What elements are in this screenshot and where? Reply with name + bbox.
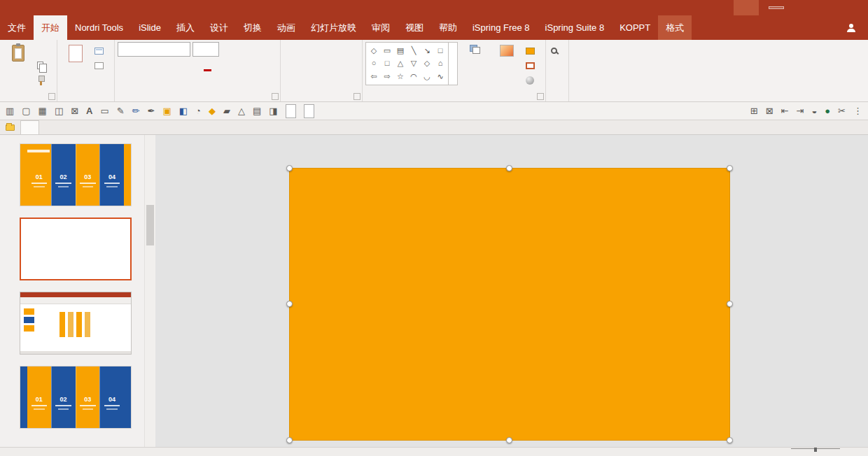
panel-scrollbar[interactable] — [144, 135, 155, 447]
ribbon-display-options-button[interactable] — [784, 0, 805, 15]
ribbon-tab[interactable]: Nordri Tools — [67, 15, 131, 40]
shape-icon[interactable]: ◡ — [422, 72, 432, 81]
align-text-button[interactable] — [349, 58, 359, 73]
cut-button[interactable] — [35, 43, 54, 58]
font-size-combo[interactable] — [192, 42, 219, 57]
qat-icon[interactable]: ⊞ — [750, 106, 758, 116]
shape-height-field[interactable] — [286, 104, 296, 118]
template-zone-tab[interactable] — [20, 120, 39, 134]
tell-me-search[interactable] — [697, 15, 701, 40]
ribbon-tab[interactable]: 审阅 — [364, 15, 398, 40]
resize-handle-top[interactable] — [506, 165, 512, 171]
ribbon-tab[interactable]: 开始 — [34, 15, 67, 40]
character-spacing-button[interactable] — [174, 59, 186, 73]
shrink-font-button[interactable] — [235, 43, 247, 57]
qat-icon[interactable]: ▢ — [22, 106, 30, 116]
shape-width-field[interactable] — [304, 104, 314, 118]
convert-smartart-button[interactable] — [349, 73, 359, 87]
slide-12-thumbnail[interactable] — [20, 292, 132, 355]
qat-icon[interactable]: ◨ — [269, 106, 277, 116]
slide-10-thumbnail[interactable]: 01 02 03 04 — [20, 143, 132, 206]
slide-13-thumbnail[interactable]: 01 02 03 04 — [20, 366, 132, 429]
shape-icon[interactable]: ◇ — [369, 46, 379, 55]
underline-button[interactable] — [146, 59, 158, 73]
font-color-button[interactable] — [202, 59, 214, 73]
shape-icon[interactable]: ⌂ — [435, 59, 445, 68]
decrease-indent-button[interactable] — [309, 45, 320, 57]
shape-gallery[interactable]: ◇▭▤╲↘□ ○□△▽◇⌂ ⇦⇨☆◠◡∿ — [365, 42, 458, 85]
ribbon-tab[interactable]: KOPPT — [612, 15, 658, 40]
ribbon-tab[interactable]: iSpring Suite 8 — [538, 15, 612, 40]
find-button[interactable] — [549, 43, 566, 58]
clear-formatting-button[interactable] — [249, 43, 261, 57]
minimize-button[interactable] — [805, 0, 826, 15]
section-button[interactable] — [92, 73, 111, 87]
align-right-button[interactable] — [309, 62, 320, 74]
arrange-button[interactable] — [459, 42, 490, 88]
qat-icon[interactable]: ⋮ — [853, 106, 862, 116]
dialog-launcher[interactable] — [272, 93, 279, 100]
qat-icon[interactable]: ▥ — [6, 106, 14, 116]
qat-icon[interactable]: ◔ — [195, 106, 201, 116]
shape-icon[interactable]: ⇨ — [382, 72, 392, 81]
replace-button[interactable] — [549, 58, 566, 73]
close-button[interactable] — [847, 0, 868, 15]
qat-icon[interactable]: ⇤ — [781, 106, 789, 116]
dialog-launcher[interactable] — [48, 93, 55, 100]
share-button[interactable] — [847, 15, 860, 40]
shape-icon[interactable]: ▽ — [409, 59, 419, 68]
text-direction-button[interactable] — [349, 43, 359, 58]
resize-handle-top-right[interactable] — [727, 165, 733, 171]
ribbon-tab[interactable]: 设计 — [202, 15, 236, 40]
qat-icon[interactable]: ✎ — [117, 106, 125, 116]
folder-icon[interactable] — [6, 124, 15, 131]
resize-handle-right[interactable] — [727, 301, 733, 307]
qat-icon[interactable]: ✏ — [132, 106, 140, 116]
qat-icon[interactable]: △ — [238, 106, 245, 116]
resize-handle-bottom[interactable] — [506, 437, 512, 443]
justify-button[interactable] — [321, 62, 332, 74]
qat-icon[interactable]: ⊠ — [766, 106, 774, 116]
shape-icon[interactable]: ◇ — [422, 59, 432, 68]
ribbon-tab[interactable]: 视图 — [398, 15, 431, 40]
resize-handle-top-left[interactable] — [286, 165, 293, 171]
shape-icon[interactable]: □ — [382, 59, 392, 68]
qat-icon[interactable]: ◒ — [811, 106, 817, 116]
qat-icon[interactable]: ◫ — [55, 106, 63, 116]
shape-fill-button[interactable] — [524, 43, 542, 58]
columns-button[interactable] — [334, 62, 345, 74]
numbering-button[interactable] — [296, 45, 307, 57]
reset-button[interactable] — [92, 58, 111, 73]
line-spacing-button[interactable] — [334, 45, 345, 57]
italic-button[interactable] — [132, 59, 144, 73]
rotation-handle[interactable] — [503, 142, 516, 155]
copy-button[interactable] — [35, 58, 54, 73]
new-slide-button[interactable] — [60, 42, 91, 88]
resize-handle-left[interactable] — [286, 301, 293, 307]
strikethrough-button[interactable] — [160, 59, 172, 73]
ribbon-tab[interactable]: 幻灯片放映 — [303, 15, 364, 40]
resize-handle-bottom-left[interactable] — [286, 437, 293, 443]
paste-button[interactable] — [3, 42, 34, 88]
qat-icon[interactable]: ✒ — [148, 106, 155, 116]
shape-icon[interactable]: □ — [435, 46, 445, 55]
slide-11-thumbnail-selected[interactable] — [20, 218, 132, 280]
qat-icon[interactable]: ◧ — [179, 106, 188, 116]
ribbon-tab[interactable]: 帮助 — [431, 15, 465, 40]
bullets-button[interactable] — [284, 45, 295, 57]
ribbon-tab[interactable]: 切换 — [236, 15, 270, 40]
slide-canvas[interactable] — [155, 135, 868, 447]
shape-icon[interactable]: ☆ — [396, 72, 405, 81]
qat-icon[interactable]: ⇥ — [796, 106, 804, 116]
select-button[interactable] — [549, 73, 566, 87]
shape-icon[interactable]: ○ — [369, 59, 379, 68]
qat-icon[interactable]: ▣ — [163, 106, 172, 116]
ribbon-tab[interactable]: 文件 — [0, 15, 34, 40]
qat-icon[interactable]: ▦ — [38, 106, 47, 116]
shape-outline-button[interactable] — [524, 58, 542, 73]
qat-icon[interactable]: ▭ — [100, 106, 108, 116]
qat-icon[interactable]: ✂ — [838, 106, 846, 116]
shape-icon[interactable]: △ — [396, 59, 405, 68]
dialog-launcher[interactable] — [537, 93, 544, 100]
quick-styles-button[interactable] — [491, 42, 522, 88]
